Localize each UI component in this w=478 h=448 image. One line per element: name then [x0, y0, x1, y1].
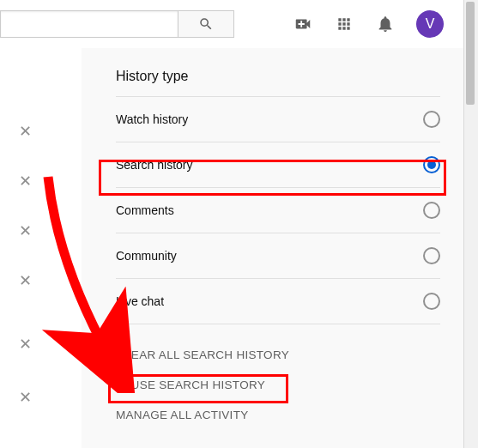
search-icon [198, 16, 214, 32]
notifications-bell-icon[interactable] [375, 14, 396, 34]
option-label: Comments [116, 203, 174, 217]
option-label: Live chat [116, 294, 164, 308]
avatar[interactable]: V [416, 10, 444, 38]
history-list-deletes: ✕ ✕ ✕ ✕ ✕ ✕ [0, 48, 82, 448]
clear-all-search-history-link[interactable]: CLEAR ALL SEARCH HISTORY [116, 340, 440, 370]
avatar-letter: V [426, 16, 435, 32]
radio-icon [423, 202, 440, 219]
delete-item-icon[interactable]: ✕ [19, 173, 32, 189]
scrollbar-thumb[interactable] [466, 2, 475, 105]
delete-item-icon[interactable]: ✕ [19, 390, 32, 405]
history-type-panel: History type Watch history Search histor… [82, 48, 464, 448]
radio-icon [423, 111, 440, 128]
history-type-option-comments[interactable]: Comments [116, 188, 440, 233]
delete-item-icon[interactable]: ✕ [19, 273, 32, 288]
option-label: Search history [116, 158, 192, 172]
option-label: Community [116, 249, 177, 263]
history-type-option-community[interactable]: Community [116, 233, 440, 279]
history-type-option-watch[interactable]: Watch history [116, 97, 440, 142]
delete-item-icon[interactable]: ✕ [19, 223, 32, 239]
delete-item-icon[interactable]: ✕ [19, 336, 32, 352]
radio-icon [423, 293, 440, 310]
radio-icon [423, 247, 440, 264]
history-type-option-search[interactable]: Search history [116, 142, 440, 188]
search-button[interactable] [178, 10, 234, 38]
history-actions: CLEAR ALL SEARCH HISTORY PAUSE SEARCH HI… [116, 340, 440, 430]
delete-item-icon[interactable]: ✕ [19, 124, 32, 139]
top-bar: V [0, 0, 478, 49]
history-type-option-livechat[interactable]: Live chat [116, 279, 440, 324]
manage-all-activity-link[interactable]: MANAGE ALL ACTIVITY [116, 400, 440, 430]
panel-title: History type [116, 69, 440, 97]
scrollbar[interactable] [463, 0, 478, 448]
option-label: Watch history [116, 112, 188, 126]
pause-search-history-link[interactable]: PAUSE SEARCH HISTORY [116, 370, 440, 400]
apps-grid-icon[interactable] [334, 14, 354, 34]
search-input[interactable] [0, 10, 178, 38]
create-video-icon[interactable] [293, 14, 313, 34]
search-box [0, 10, 234, 38]
header-icons: V [293, 0, 444, 48]
radio-icon [423, 156, 440, 173]
